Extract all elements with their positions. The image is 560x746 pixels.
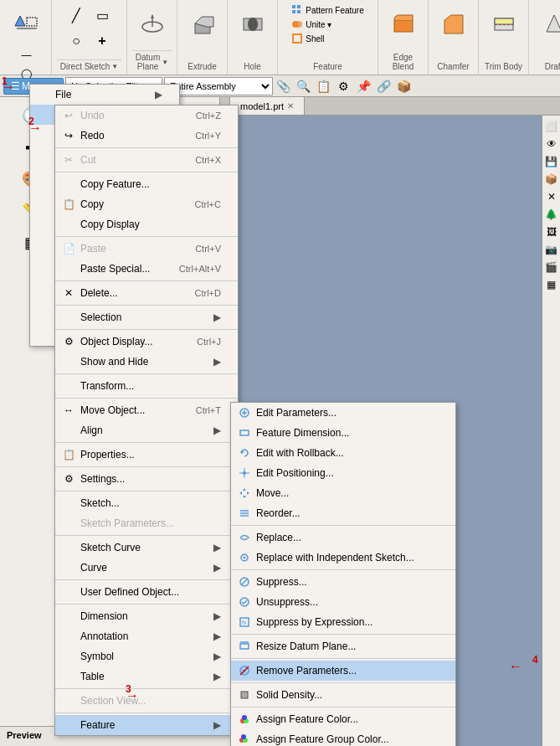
edit-paste[interactable]: 📄 Paste Ctrl+V xyxy=(55,239,238,259)
unsuppress-icon xyxy=(238,595,251,609)
soliddensity-icon xyxy=(238,688,251,702)
edit-show-hide[interactable]: Show and Hide ▶ xyxy=(55,352,238,372)
insert-icon xyxy=(37,148,50,162)
window-icon xyxy=(37,309,50,322)
table-icon xyxy=(62,670,75,683)
sep15 xyxy=(55,688,238,689)
fs-sep4 xyxy=(231,658,455,659)
edit-redo[interactable]: ↪ Redo Ctrl+Y xyxy=(55,126,238,146)
featdim-icon xyxy=(238,426,251,440)
annotation-icon xyxy=(62,630,75,643)
edit-copy-feature[interactable]: Copy Feature... xyxy=(55,174,238,194)
reorder-icon xyxy=(238,507,251,520)
svg-marker-35 xyxy=(247,491,249,495)
dimension-arrow: ▶ xyxy=(197,610,221,622)
menu-overlay: File ▶ Edit ▶ View ▶ Insert ▶ Format xyxy=(0,0,560,746)
feat-edit-params[interactable]: Edit Parameters... xyxy=(231,403,455,423)
assigncolor-icon xyxy=(238,713,251,726)
rollback-icon xyxy=(238,446,251,460)
file-icon xyxy=(37,88,50,101)
edit-sketch-curve[interactable]: Sketch Curve ▶ xyxy=(55,538,238,558)
edit-copy-display[interactable]: Copy Display xyxy=(55,214,238,234)
prefs-icon xyxy=(37,289,50,302)
feat-suppress[interactable]: Suppress... xyxy=(231,572,455,592)
showhide-arrow: ▶ xyxy=(197,356,221,368)
tools-icon xyxy=(37,188,50,202)
copydisplay-icon xyxy=(62,218,75,231)
feat-move[interactable]: Move... xyxy=(231,483,455,503)
file-arrow: ▶ xyxy=(138,89,162,100)
feat-remove-params[interactable]: fx Remove Parameters... xyxy=(231,661,455,681)
sep3 xyxy=(55,236,238,237)
replacesketch-icon xyxy=(238,551,251,564)
edit-section-view[interactable]: Section View... xyxy=(55,691,238,711)
edit-userdefined[interactable]: User Defined Object... xyxy=(55,582,238,602)
edit-sketch-params[interactable]: Sketch Parameters... xyxy=(55,513,238,533)
edit-transform[interactable]: Transform... xyxy=(55,376,238,396)
fs-sep2 xyxy=(231,569,455,570)
edit-sketch[interactable]: Sketch... xyxy=(55,493,238,513)
sep16 xyxy=(55,713,238,713)
svg-rect-47 xyxy=(240,644,249,649)
feat-dim[interactable]: Feature Dimension... xyxy=(231,423,455,443)
feat-unsuppress[interactable]: Unsuppress... xyxy=(231,592,455,612)
edit-delete[interactable]: ✕ Delete... Ctrl+D xyxy=(55,283,238,303)
svg-point-58 xyxy=(241,734,246,739)
feat-replace[interactable]: Replace... xyxy=(231,527,455,548)
suppress-icon xyxy=(238,575,251,589)
edit-annotation[interactable]: Annotation ▶ xyxy=(55,626,238,646)
sep12 xyxy=(55,535,238,536)
help-icon xyxy=(37,329,50,342)
sep7 xyxy=(55,373,238,374)
feat-replace-independent[interactable]: Replace with Independent Sketch... xyxy=(231,548,455,568)
edit-properties[interactable]: 📋 Properties... xyxy=(55,445,238,465)
svg-marker-28 xyxy=(241,450,244,454)
sectionview-icon xyxy=(62,694,75,707)
arrow-label-3: 3 xyxy=(126,683,131,695)
arrow-label-2: 2 xyxy=(28,116,34,127)
feat-solid-density[interactable]: Solid Density... xyxy=(231,685,455,705)
sep13 xyxy=(55,579,238,580)
edit-feature[interactable]: Feature ▶ xyxy=(55,715,238,735)
edit-align[interactable]: Align ▶ xyxy=(55,420,238,440)
transform-icon xyxy=(62,379,75,393)
edit-move-object[interactable]: ↔ Move Object... Ctrl+T xyxy=(55,400,238,420)
edit-dimension[interactable]: Dimension ▶ xyxy=(55,606,238,626)
feat-reorder[interactable]: Reorder... xyxy=(231,503,455,523)
edit-selection[interactable]: Selection ▶ xyxy=(55,307,238,327)
align-arrow: ▶ xyxy=(197,424,221,436)
settings-icon: ⚙ xyxy=(62,472,75,486)
sep9 xyxy=(55,442,238,443)
format-icon xyxy=(37,168,50,182)
edit-curve[interactable]: Curve ▶ xyxy=(55,558,238,578)
edit-symbol[interactable]: Symbol ▶ xyxy=(55,646,238,666)
svg-text:fx: fx xyxy=(242,620,247,625)
showhide-icon xyxy=(62,355,75,368)
svg-marker-33 xyxy=(243,496,246,498)
edit-settings[interactable]: ⚙ Settings... xyxy=(55,469,238,489)
feat-resize-datum[interactable]: Resize Datum Plane... xyxy=(231,636,455,656)
feature-menu-arrow: ▶ xyxy=(197,719,221,731)
sep4 xyxy=(55,280,238,281)
edit-cut[interactable]: ✂ Cut Ctrl+X xyxy=(55,150,238,170)
feat-suppress-expr[interactable]: fx Suppress by Expression... xyxy=(231,612,455,632)
replace-icon xyxy=(238,531,251,544)
arrow-4: ← xyxy=(509,659,522,674)
svg-marker-32 xyxy=(243,488,246,491)
sep1 xyxy=(55,147,238,148)
edit-undo[interactable]: ↩ Undo Ctrl+Z xyxy=(55,105,238,126)
arrow-label-1: 1 xyxy=(2,75,8,87)
assigngroupcolor-icon xyxy=(238,733,251,746)
feature-submenu-popup: Edit Parameters... Feature Dimension... … xyxy=(230,402,456,746)
menu-file[interactable]: File ▶ xyxy=(30,85,179,105)
feat-assign-color[interactable]: Assign Feature Color... xyxy=(231,709,455,729)
edit-paste-special[interactable]: Paste Special... Ctrl+Alt+V xyxy=(55,259,238,279)
edit-table[interactable]: Table ▶ xyxy=(55,666,238,687)
edit-copy[interactable]: 📋 Copy Ctrl+C xyxy=(55,194,238,214)
sketchcurve-icon xyxy=(62,541,75,554)
edit-obj-display[interactable]: ⚙ Object Display... Ctrl+J xyxy=(55,332,238,352)
feat-edit-positioning[interactable]: Edit Positioning... xyxy=(231,463,455,483)
feat-assign-group-color[interactable]: Assign Feature Group Color... xyxy=(231,729,455,746)
assemblies-icon xyxy=(37,208,50,222)
feat-edit-rollback[interactable]: Edit with Rollback... xyxy=(231,443,455,463)
